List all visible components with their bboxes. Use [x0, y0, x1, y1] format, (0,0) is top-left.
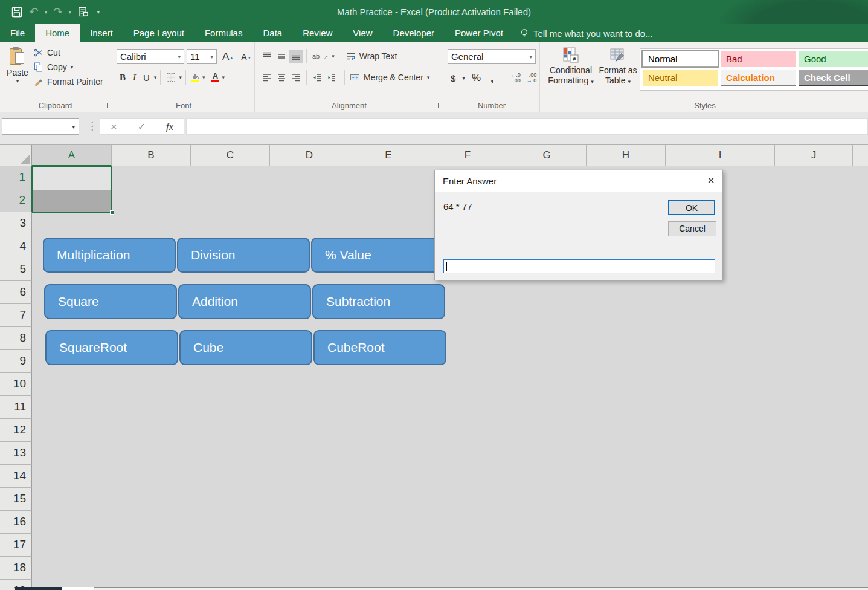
cell-style-bad[interactable]: Bad	[721, 51, 796, 67]
alignment-dialog-launcher-icon[interactable]	[433, 103, 439, 108]
row-header-1[interactable]: 1	[0, 166, 32, 189]
row-header-18[interactable]: 18	[0, 557, 32, 580]
accounting-format-button[interactable]: $	[448, 72, 458, 85]
column-header-B[interactable]: B	[112, 145, 191, 166]
paste-dropdown-caret[interactable]: ▾	[16, 79, 19, 83]
sheet-button-squareroot[interactable]: SquareRoot	[45, 330, 178, 365]
cancel-button[interactable]: Cancel	[668, 221, 716, 236]
row-header-15[interactable]: 15	[0, 488, 32, 511]
row-header-16[interactable]: 16	[0, 511, 32, 534]
conditional-formatting-button[interactable]: ≠ Conditional Formatting ▾	[545, 47, 596, 86]
column-header-partial[interactable]	[853, 145, 868, 166]
tab-view[interactable]: View	[342, 24, 382, 42]
borders-button[interactable]	[164, 71, 178, 84]
tab-developer[interactable]: Developer	[383, 24, 445, 42]
copy-button[interactable]: Copy ▾	[34, 62, 103, 72]
column-header-G[interactable]: G	[507, 145, 587, 166]
undo-icon[interactable]: ↶	[29, 6, 39, 18]
row-header-3[interactable]: 3	[0, 212, 32, 235]
cell-style-check-cell[interactable]: Check Cell	[799, 70, 868, 86]
row-header-10[interactable]: 10	[0, 373, 32, 396]
tab-review[interactable]: Review	[292, 24, 342, 42]
column-header-E[interactable]: E	[349, 145, 428, 166]
enter-entry-icon[interactable]: ✓	[138, 121, 146, 132]
selected-cell-A2[interactable]	[33, 190, 111, 212]
decrease-indent-button[interactable]	[310, 71, 324, 84]
copy-dropdown-caret[interactable]: ▾	[71, 65, 74, 70]
row-header-13[interactable]: 13	[0, 442, 32, 465]
number-dialog-launcher-icon[interactable]	[531, 103, 536, 108]
decrease-font-size-button[interactable]: A▾	[238, 51, 253, 63]
font-size-select[interactable]: 11▾	[187, 49, 217, 64]
row-header-8[interactable]: 8	[0, 327, 32, 350]
tab-page-layout[interactable]: Page Layout	[123, 24, 194, 42]
bold-button[interactable]: B	[117, 71, 129, 84]
column-header-D[interactable]: D	[270, 145, 349, 166]
top-align-button[interactable]	[260, 50, 274, 63]
font-dialog-launcher-icon[interactable]	[246, 103, 251, 108]
paste-button[interactable]: Paste ▾	[5, 47, 30, 83]
increase-indent-button[interactable]	[325, 71, 338, 84]
row-header-9[interactable]: 9	[0, 350, 32, 373]
sheet-button-cuberoot[interactable]: CubeRoot	[313, 330, 446, 365]
row-header-17[interactable]: 17	[0, 534, 32, 557]
row-header-5[interactable]: 5	[0, 258, 32, 281]
column-header-I[interactable]: I	[666, 145, 775, 166]
row-header-7[interactable]: 7	[0, 304, 32, 327]
save-icon[interactable]	[11, 6, 23, 18]
row-header-12[interactable]: 12	[0, 419, 32, 442]
active-cell-A1[interactable]	[33, 167, 111, 190]
column-header-F[interactable]: F	[428, 145, 507, 166]
increase-decimal-button[interactable]: ←.0.00	[509, 71, 522, 85]
tell-me-box[interactable]: Tell me what you want to do...	[519, 24, 653, 42]
underline-dropdown-caret[interactable]: ▾	[154, 75, 157, 80]
column-header-A[interactable]: A	[32, 145, 112, 166]
borders-dropdown-caret[interactable]: ▾	[179, 75, 182, 80]
column-header-C[interactable]: C	[191, 145, 270, 166]
align-right-button[interactable]	[289, 71, 303, 84]
row-header-4[interactable]: 4	[0, 235, 32, 258]
tab-formulas[interactable]: Formulas	[194, 24, 253, 42]
name-box-dropdown-caret[interactable]: ▾	[72, 125, 75, 129]
font-color-dropdown-caret[interactable]: ▾	[222, 75, 225, 80]
row-header-11[interactable]: 11	[0, 396, 32, 419]
decrease-decimal-button[interactable]: .00→.0	[526, 71, 538, 85]
undo-dropdown-caret[interactable]: ▾	[45, 10, 47, 15]
comma-style-button[interactable]: ,	[487, 70, 497, 86]
cell-style-normal[interactable]: Normal	[643, 51, 718, 67]
row-header-14[interactable]: 14	[0, 465, 32, 488]
underline-button[interactable]: U	[140, 71, 153, 84]
touch-mode-icon[interactable]	[77, 6, 89, 18]
row-header-2[interactable]: 2	[0, 189, 32, 212]
center-button[interactable]	[275, 71, 288, 84]
accounting-dropdown-caret[interactable]: ▾	[462, 76, 465, 80]
middle-align-button[interactable]	[275, 50, 288, 63]
orientation-dropdown-caret[interactable]: ▾	[332, 54, 335, 59]
tab-home[interactable]: Home	[35, 24, 80, 42]
number-format-select[interactable]: General▾	[448, 49, 536, 64]
formula-bar-splitter-icon[interactable]: ⋮	[87, 120, 97, 132]
row-header-6[interactable]: 6	[0, 281, 32, 304]
italic-button[interactable]: I	[130, 71, 139, 84]
font-color-button[interactable]: A	[210, 72, 220, 83]
column-header-J[interactable]: J	[775, 145, 853, 166]
tab-power-pivot[interactable]: Power Pivot	[445, 24, 513, 42]
font-family-select[interactable]: Calibri▾	[117, 49, 184, 64]
tab-file[interactable]: File	[0, 24, 35, 42]
close-icon[interactable]: ×	[707, 173, 715, 187]
sheet-button-multiplication[interactable]: Multiplication	[43, 238, 176, 273]
insert-function-icon[interactable]: fx	[166, 121, 173, 133]
percent-style-button[interactable]: %	[469, 71, 484, 85]
clipboard-dialog-launcher-icon[interactable]	[102, 103, 108, 108]
cut-button[interactable]: Cut	[34, 48, 103, 57]
bottom-align-button[interactable]	[289, 50, 303, 63]
tab-insert[interactable]: Insert	[80, 24, 123, 42]
fill-color-button[interactable]	[190, 72, 201, 83]
redo-icon[interactable]: ↷	[53, 6, 63, 18]
cancel-entry-icon[interactable]: ×	[111, 120, 117, 134]
column-header-H[interactable]: H	[587, 145, 666, 166]
active-sheet-tab-edge[interactable]	[62, 587, 94, 590]
sheet-button-addition[interactable]: Addition	[178, 284, 311, 319]
format-as-table-button[interactable]: Format as Table ▾	[599, 47, 637, 86]
ok-button[interactable]: OK	[668, 200, 715, 215]
